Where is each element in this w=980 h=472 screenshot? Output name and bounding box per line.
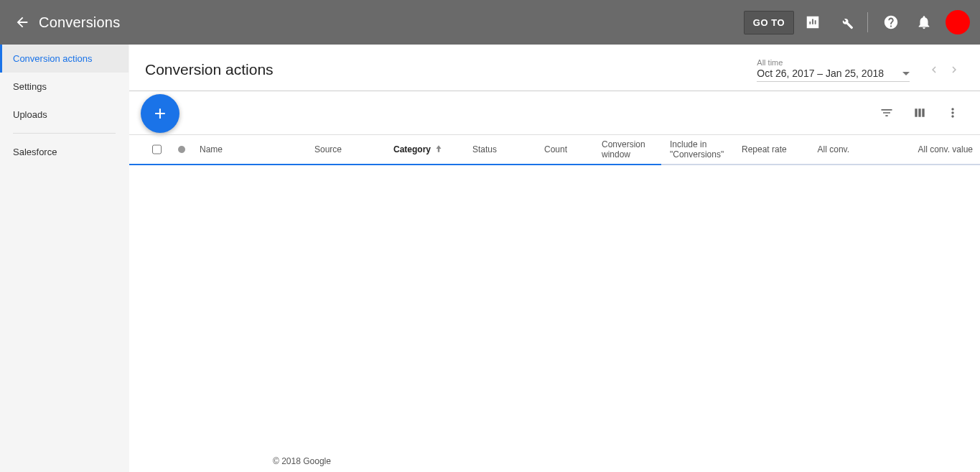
notifications-button[interactable] [910, 8, 938, 37]
wrench-icon [838, 14, 854, 30]
sidebar-item-salesforce[interactable]: Salesforce [0, 138, 129, 166]
tools-button[interactable] [831, 8, 860, 37]
bar-chart-icon [805, 14, 821, 30]
column-repeat-rate[interactable]: Repeat rate [734, 135, 806, 164]
columns-button[interactable] [905, 98, 934, 127]
sidebar-divider [13, 133, 116, 134]
sidebar-item-uploads[interactable]: Uploads [0, 101, 129, 129]
sidebar-item-conversion-actions[interactable]: Conversion actions [0, 45, 129, 73]
chevron-down-icon [902, 72, 910, 75]
date-range-label: All time [757, 57, 783, 68]
sort-asc-icon [434, 144, 444, 156]
sidebar-item-label: Conversion actions [13, 53, 93, 64]
footer-copyright: © 2018 Google [273, 456, 331, 466]
table-header-row: Name Source Category Status Count Conver… [129, 134, 980, 165]
status-dot-icon [178, 146, 185, 153]
column-status[interactable]: Status [465, 135, 537, 164]
column-all-conv[interactable]: All conv. [806, 135, 857, 164]
toolbar-separator [867, 12, 868, 32]
column-conversion-window[interactable]: Conversion window [594, 135, 663, 164]
column-include-in-conversions[interactable]: Include in "Conversions" [663, 135, 734, 164]
chevron-right-icon [948, 63, 961, 76]
bell-icon [916, 14, 932, 30]
page-head: Conversion actions All time Oct 26, 2017… [129, 45, 980, 91]
more-vert-icon [946, 106, 960, 120]
account-avatar[interactable] [946, 10, 970, 34]
page-title: Conversion actions [145, 61, 274, 78]
goto-button[interactable]: GO TO [744, 11, 794, 34]
help-icon [883, 14, 899, 30]
arrow-left-icon [14, 14, 30, 30]
date-next-button[interactable] [944, 60, 964, 80]
top-bar: Conversions GO TO [0, 0, 980, 45]
column-category[interactable]: Category [386, 135, 465, 164]
back-button[interactable] [10, 10, 34, 34]
date-prev-button[interactable] [924, 60, 944, 80]
column-name[interactable]: Name [192, 135, 307, 164]
sidebar: Conversion actions Settings Uploads Sale… [0, 45, 129, 472]
columns-icon [913, 106, 927, 120]
column-count[interactable]: Count [537, 135, 594, 164]
filter-icon [879, 106, 894, 120]
table-toolbar: + [129, 91, 980, 134]
chevron-left-icon [928, 63, 941, 76]
table-wrapper: Name Source Category Status Count Conver… [129, 134, 980, 472]
column-select-all[interactable] [142, 135, 171, 164]
sidebar-item-label: Salesforce [13, 147, 57, 157]
sidebar-item-label: Settings [13, 81, 47, 92]
reports-button[interactable] [798, 8, 827, 37]
date-range-picker[interactable]: Oct 26, 2017 – Jan 25, 2018 [757, 68, 910, 82]
filter-button[interactable] [872, 98, 901, 127]
sidebar-item-label: Uploads [13, 109, 47, 120]
plus-icon: + [154, 102, 166, 125]
page-header-title: Conversions [39, 14, 120, 31]
column-source[interactable]: Source [307, 135, 386, 164]
column-all-conv-value[interactable]: All conv. value [857, 135, 980, 164]
help-button[interactable] [877, 8, 905, 37]
column-status-dot[interactable] [171, 135, 192, 164]
select-all-checkbox[interactable] [152, 144, 162, 155]
main-content: Conversion actions All time Oct 26, 2017… [129, 45, 980, 472]
date-range-value: Oct 26, 2017 – Jan 25, 2018 [757, 68, 884, 79]
sidebar-item-settings[interactable]: Settings [0, 73, 129, 101]
more-button[interactable] [938, 98, 967, 127]
add-conversion-button[interactable]: + [141, 94, 179, 133]
